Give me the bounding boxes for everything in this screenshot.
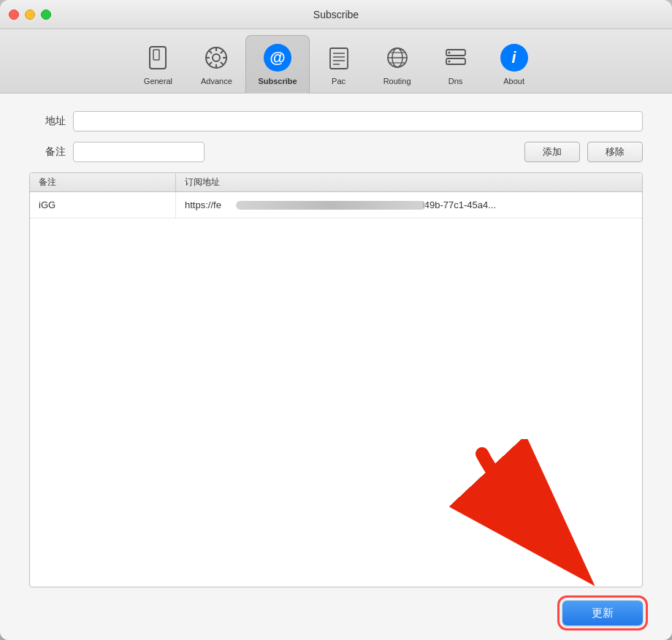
subscribe-icon: @ (261, 42, 294, 74)
update-button[interactable]: 更新 (562, 601, 643, 625)
col-url-header: 订阅地址 (176, 173, 642, 191)
tab-pac-label: Pac (332, 77, 345, 85)
tab-routing-label: Routing (383, 77, 411, 85)
cell-url: https://fe l49b-77c1-45a4... (176, 192, 642, 218)
svg-line-9 (221, 62, 224, 65)
window-title: Subscribe (313, 9, 359, 20)
tab-advance[interactable]: Advance (187, 36, 245, 93)
close-button[interactable] (9, 9, 19, 20)
tab-pac[interactable]: Pac (310, 36, 368, 93)
url-end: l49b-77c1-45a4... (422, 199, 496, 210)
tab-subscribe[interactable]: @ Subscribe (245, 35, 309, 94)
minimize-button[interactable] (25, 9, 35, 20)
url-start: https://fe (185, 199, 221, 210)
svg-rect-1 (153, 50, 159, 60)
bottom-bar: 更新 (29, 598, 643, 625)
toolbar: General Advance (0, 29, 672, 94)
tab-dns[interactable]: Dns (427, 36, 485, 93)
maximize-button[interactable] (41, 9, 51, 20)
note-row: 备注 添加 移除 (29, 142, 643, 162)
subscribe-table: 备注 订阅地址 iGG https://fe l49b-77c1-45a4... (29, 172, 643, 587)
tab-routing[interactable]: Routing (368, 36, 427, 93)
tab-general-label: General (144, 77, 172, 85)
address-row: 地址 (29, 111, 643, 132)
dns-icon (440, 42, 472, 74)
note-label: 备注 (29, 145, 66, 159)
about-icon: i (498, 42, 530, 74)
table-header: 备注 订阅地址 (30, 173, 642, 192)
col-note-header: 备注 (30, 173, 176, 191)
url-display: https://fe l49b-77c1-45a4... (185, 199, 633, 210)
svg-point-25 (448, 60, 450, 62)
svg-line-10 (221, 50, 224, 53)
tab-general[interactable]: General (129, 36, 187, 93)
svg-line-11 (209, 62, 212, 65)
svg-line-8 (209, 50, 212, 53)
tab-about[interactable]: i About (485, 36, 543, 93)
general-icon (142, 42, 174, 74)
address-input[interactable] (73, 111, 643, 132)
remove-button[interactable]: 移除 (587, 142, 643, 162)
tab-dns-label: Dns (448, 77, 463, 85)
tab-subscribe-label: Subscribe (258, 77, 297, 85)
routing-icon (381, 42, 413, 74)
titlebar: Subscribe (0, 0, 672, 29)
tab-about-label: About (503, 77, 524, 85)
pac-icon (323, 42, 355, 74)
main-window: Subscribe General (0, 0, 672, 640)
cell-note: iGG (30, 192, 176, 218)
add-button[interactable]: 添加 (524, 142, 580, 162)
address-label: 地址 (29, 115, 66, 128)
advance-icon (200, 42, 232, 74)
tab-advance-label: Advance (201, 77, 232, 85)
url-scrollbar (236, 201, 426, 210)
svg-rect-12 (330, 48, 348, 69)
traffic-lights (9, 9, 51, 20)
table-row[interactable]: iGG https://fe l49b-77c1-45a4... (30, 192, 642, 218)
svg-point-24 (448, 51, 450, 53)
content-area: 地址 备注 添加 移除 备注 订阅地址 iGG https:// (0, 94, 672, 640)
note-input[interactable] (73, 142, 205, 162)
svg-point-3 (213, 54, 220, 61)
